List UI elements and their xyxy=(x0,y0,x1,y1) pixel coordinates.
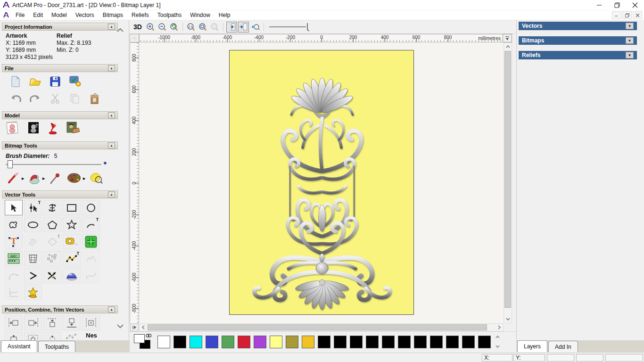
menu-edit[interactable]: Edit xyxy=(29,11,47,19)
palette-swatch[interactable] xyxy=(334,336,347,348)
palette-swatch[interactable] xyxy=(173,336,186,348)
fit-arcs-button[interactable] xyxy=(5,268,23,283)
ruler-origin-button[interactable] xyxy=(130,34,139,42)
new-model-icon[interactable] xyxy=(8,74,24,89)
redo-icon[interactable] xyxy=(27,92,43,107)
palette-swatch[interactable] xyxy=(254,336,266,348)
chevron-join-button[interactable] xyxy=(24,268,42,283)
vertical-scroll-thumb[interactable] xyxy=(504,51,511,308)
zoom-1-to-1-icon[interactable]: 1:1 xyxy=(186,22,197,33)
palette-scroll-up-icon[interactable] xyxy=(494,334,501,340)
flyout-arrow-icon[interactable]: ▶ xyxy=(42,177,45,181)
palette-swatch[interactable] xyxy=(190,336,202,348)
tab-toolpaths[interactable]: Toolpaths xyxy=(38,341,75,352)
save-model-icon[interactable] xyxy=(47,74,63,89)
nesting-tool[interactable]: Nes xyxy=(86,332,97,339)
palette-swatch[interactable] xyxy=(478,336,491,348)
horizontal-scrollbar[interactable] xyxy=(139,323,504,331)
reliefs-section-header[interactable]: Reliefs ▼ xyxy=(519,51,637,59)
collapse-icon[interactable]: ▲ xyxy=(108,306,115,313)
cut-icon[interactable] xyxy=(47,91,63,106)
pane-split-button[interactable] xyxy=(130,323,139,331)
paste-position-button[interactable] xyxy=(43,332,61,340)
node-editing-button[interactable] xyxy=(24,200,42,215)
tab-layers[interactable]: Layers xyxy=(517,340,547,352)
zoom-slider[interactable] xyxy=(269,22,312,32)
undo-icon[interactable] xyxy=(8,92,24,107)
create-ellipse-button[interactable] xyxy=(24,217,42,232)
scroll-left-icon[interactable] xyxy=(140,324,147,331)
fit-spline-button[interactable] xyxy=(82,268,100,283)
select-vectors-button[interactable] xyxy=(5,200,23,215)
paint-icon[interactable] xyxy=(6,171,22,185)
palette-swatch[interactable] xyxy=(157,336,170,348)
restore-icon[interactable] xyxy=(608,0,626,10)
paste-along-curve-button[interactable] xyxy=(43,251,61,266)
transform-vectors-button[interactable] xyxy=(43,200,61,215)
envelope-distort-button[interactable] xyxy=(24,251,42,266)
palette-swatch[interactable] xyxy=(462,336,475,348)
section-project-information[interactable]: Project Information ▲ xyxy=(2,23,118,31)
align-centre-x-button[interactable] xyxy=(82,315,100,330)
trim-vectors-button[interactable] xyxy=(43,268,61,283)
section-bitmap-tools[interactable]: Bitmap Tools ▲ xyxy=(2,141,118,149)
zoom-out-icon[interactable] xyxy=(157,22,168,33)
measure-button[interactable] xyxy=(63,234,81,249)
magic-wand-icon[interactable] xyxy=(88,171,104,185)
centre-in-model-button[interactable] xyxy=(24,332,42,340)
section-file[interactable]: File ▲ xyxy=(2,64,118,72)
vectors-section-header[interactable]: Vectors ▼ xyxy=(519,22,637,30)
zoom-fit-icon[interactable] xyxy=(198,22,208,33)
horizontal-scroll-thumb[interactable] xyxy=(148,324,487,330)
palette-swatch[interactable] xyxy=(366,336,379,348)
palette-swatch[interactable] xyxy=(398,336,411,348)
mdi-minimize-icon[interactable] xyxy=(612,11,621,19)
flyout-arrow-icon[interactable]: ▶ xyxy=(83,177,85,181)
section-profile-button[interactable] xyxy=(5,285,23,300)
create-circle-button[interactable] xyxy=(82,200,100,215)
open-model-icon[interactable] xyxy=(27,74,43,89)
set-model-size-icon[interactable] xyxy=(5,121,21,135)
palette-swatch[interactable] xyxy=(270,336,282,348)
brush-slider-handle[interactable] xyxy=(8,160,13,168)
menu-file[interactable]: File xyxy=(11,11,29,19)
palette-swatch[interactable] xyxy=(206,336,218,348)
greyscale-preview-icon[interactable] xyxy=(25,121,41,135)
palette-swatch[interactable] xyxy=(302,336,314,348)
flyout-arrow-icon[interactable]: ▶ xyxy=(22,177,24,181)
align-right-button[interactable] xyxy=(24,315,42,330)
chevron-down-icon[interactable]: ▼ xyxy=(626,37,634,44)
align-top-button[interactable] xyxy=(43,315,61,330)
palette-scroll-down-icon[interactable] xyxy=(494,343,501,350)
tab-assistant[interactable]: Assistant xyxy=(1,340,37,352)
create-rectangle-button[interactable] xyxy=(63,200,81,215)
collapse-icon[interactable]: ▲ xyxy=(108,24,115,30)
menu-vectors[interactable]: Vectors xyxy=(71,11,99,19)
fit-mountains-button[interactable] xyxy=(82,251,100,266)
menu-reliefs[interactable]: Reliefs xyxy=(127,11,153,19)
scroll-up-icon[interactable] xyxy=(504,43,512,50)
weave-vectors-button[interactable] xyxy=(63,268,81,283)
chevron-down-icon[interactable]: ▼ xyxy=(626,23,634,29)
flood-fill-icon[interactable] xyxy=(26,171,42,185)
create-text-button[interactable]: T xyxy=(5,234,23,249)
import-model-icon[interactable] xyxy=(67,74,83,89)
close-icon[interactable] xyxy=(626,0,644,10)
zoom-in-icon[interactable] xyxy=(145,22,156,33)
palette-swatch[interactable] xyxy=(350,336,363,348)
zoom-slider-handle[interactable] xyxy=(306,23,311,31)
view-3d-button[interactable]: 3D xyxy=(133,23,142,31)
colour-picker-icon[interactable] xyxy=(47,171,63,185)
bitmaps-section-header[interactable]: Bitmaps ▼ xyxy=(519,36,637,45)
wrap-text-button[interactable] xyxy=(24,234,42,249)
centre-in-page-button[interactable] xyxy=(5,332,23,340)
collapse-icon[interactable]: ▲ xyxy=(108,65,115,71)
mdi-close-icon[interactable] xyxy=(633,11,642,19)
text-panel-button[interactable]: ABC xyxy=(5,251,23,266)
palette-swatch[interactable] xyxy=(222,336,234,348)
link-view-right-icon[interactable] xyxy=(238,22,249,33)
chevron-down-icon[interactable]: ▼ xyxy=(626,52,634,58)
add-node-button[interactable] xyxy=(82,234,100,249)
panel-scroll-down-icon[interactable] xyxy=(116,324,124,329)
palette-swatch[interactable] xyxy=(414,336,427,348)
